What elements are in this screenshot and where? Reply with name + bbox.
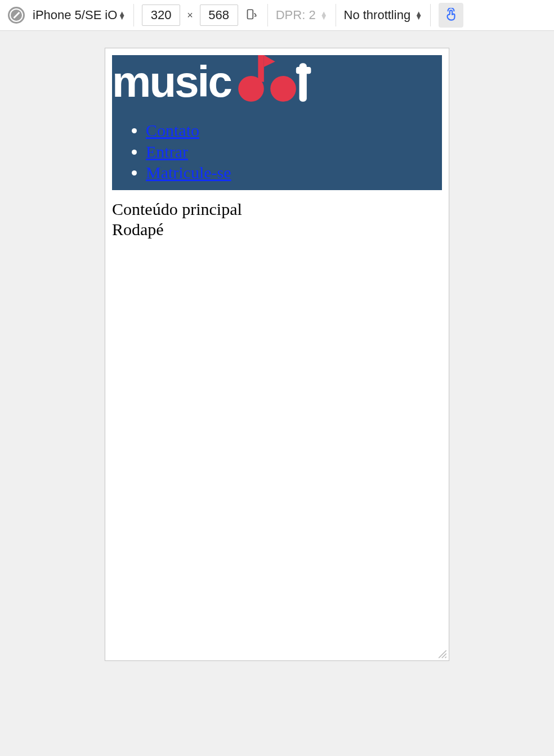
nav-link-entrar[interactable]: Entrar <box>146 142 188 161</box>
dpr-section[interactable]: DPR: 2 ▲▼ <box>272 8 331 22</box>
toolbar-divider <box>133 4 134 26</box>
page-header: music Contato Entrar Matricule-se <box>112 55 442 190</box>
toolbar-divider <box>336 4 336 26</box>
musicdot-logo: music <box>112 55 326 109</box>
nav-link-contato[interactable]: Contato <box>146 121 199 140</box>
svg-rect-6 <box>296 67 311 74</box>
dimensions-section: × <box>138 4 263 26</box>
page-content: music Contato Entrar Matricule-se Conteú… <box>105 48 449 660</box>
svg-rect-3 <box>258 55 263 82</box>
main-content: Conteúdo principal <box>112 199 442 219</box>
dimension-times: × <box>185 10 195 21</box>
os-label: iO <box>105 8 117 22</box>
svg-point-4 <box>270 76 296 102</box>
nav-list: Contato Entrar Matricule-se <box>112 120 442 183</box>
throttling-section[interactable]: No throttling ▲▼ <box>341 8 426 22</box>
nav-item-matricule: Matricule-se <box>146 162 442 183</box>
device-section: iPhone 5/SE iO ▲▼ <box>5 7 129 24</box>
dpr-label: DPR: 2 <box>276 8 316 22</box>
select-arrows-icon: ▲▼ <box>118 11 126 19</box>
nav-link-matricule[interactable]: Matricule-se <box>146 163 231 182</box>
rotate-icon <box>244 8 258 22</box>
height-input[interactable] <box>200 4 238 26</box>
throttling-label: No throttling <box>344 8 411 22</box>
nav-item-entrar: Entrar <box>146 141 442 163</box>
devtools-viewport-area: music Contato Entrar Matricule-se Conteú… <box>0 31 554 756</box>
rotate-device-button[interactable] <box>243 7 260 24</box>
select-arrows-icon: ▲▼ <box>320 11 328 19</box>
device-name: iPhone 5/SE <box>33 8 101 22</box>
touch-toggle-button[interactable] <box>439 3 463 28</box>
svg-rect-0 <box>247 10 253 19</box>
safari-compass-icon <box>8 7 25 24</box>
select-arrows-icon: ▲▼ <box>415 11 422 19</box>
device-os-select[interactable]: iO ▲▼ <box>105 8 126 22</box>
footer-content: Rodapé <box>112 219 442 240</box>
touch-icon <box>444 8 458 22</box>
toolbar-divider <box>267 4 268 26</box>
toolbar-divider <box>430 4 431 26</box>
svg-text:music: music <box>112 57 231 106</box>
width-input[interactable] <box>142 4 180 26</box>
device-frame[interactable]: music Contato Entrar Matricule-se Conteú… <box>105 48 449 661</box>
devtools-toolbar: iPhone 5/SE iO ▲▼ × DPR: 2 ▲▼ No throttl… <box>0 0 554 31</box>
nav-item-contato: Contato <box>146 120 442 141</box>
device-select[interactable]: iPhone 5/SE iO ▲▼ <box>33 8 126 22</box>
